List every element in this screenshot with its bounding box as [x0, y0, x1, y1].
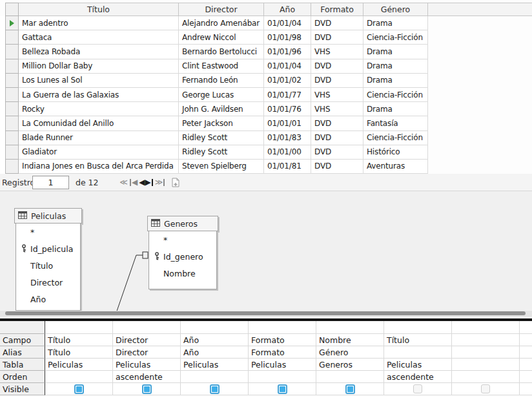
cell-tabla[interactable]: Peliculas [181, 359, 249, 371]
visible-checkbox[interactable] [278, 384, 287, 394]
table-row[interactable]: GladiatorRidley Scott01/01/00DVDHistóric… [0, 145, 532, 160]
table-cell[interactable]: Andrew Niccol [179, 30, 264, 45]
cell-alias[interactable] [384, 346, 452, 359]
column-header[interactable]: Género [363, 3, 428, 16]
next-record-button[interactable]: ◀▶ [138, 175, 154, 189]
table-cell[interactable]: Ridley Scott [179, 145, 264, 160]
column-selector[interactable] [249, 321, 316, 334]
cell-alias[interactable]: Formato [249, 346, 316, 359]
table-box-title[interactable]: Generos [147, 216, 218, 231]
table-cell[interactable]: Indiana Jones en Busca del Arca Perdida [19, 160, 179, 174]
table-row[interactable]: Los Lunes al SolFernando León01/01/02DVD… [0, 74, 532, 88]
row-header-cell[interactable] [5, 145, 19, 160]
column-selector[interactable] [316, 321, 384, 334]
table-cell[interactable]: Histórico [363, 145, 428, 160]
table-cell[interactable]: Mar adentro [19, 16, 179, 30]
row-header-cell[interactable] [5, 59, 19, 74]
table-cell[interactable]: Ridley Scott [179, 131, 264, 145]
cell-tabla[interactable]: Peliculas [113, 359, 181, 371]
table-cell[interactable]: Rocky [19, 102, 179, 116]
field-item[interactable]: * [16, 224, 80, 240]
table-row[interactable]: Million Dollar BabyClint Eastwood01/01/0… [0, 59, 532, 74]
row-header-cell[interactable] [5, 30, 19, 45]
table-cell[interactable]: La Guerra de las Galaxias [19, 88, 179, 102]
column-selector[interactable] [45, 321, 113, 334]
table-cell[interactable]: DVD [311, 59, 363, 74]
previous-record-button[interactable]: ◀ [128, 175, 138, 189]
new-record-icon[interactable] [171, 175, 181, 189]
table-row[interactable]: Indiana Jones en Busca del Arca PerdidaS… [0, 160, 532, 174]
column-header[interactable]: Título [19, 3, 179, 16]
table-row[interactable]: Belleza RobadaBernardo Bertolucci01/01/9… [0, 45, 532, 59]
table-cell[interactable]: Bernardo Bertolucci [179, 45, 264, 59]
table-row[interactable]: La Comunidad del AnilloPeter Jackson01/0… [0, 116, 532, 130]
empty-cell[interactable] [520, 346, 532, 359]
column-selector[interactable] [181, 321, 249, 334]
table-cell[interactable]: Drama [363, 102, 428, 116]
cell-orden[interactable] [249, 371, 316, 383]
cell-campo[interactable]: Título [45, 334, 113, 346]
table-row[interactable]: Mar adentroAlejandro Amenábar01/01/04DVD… [0, 16, 532, 30]
field-item[interactable]: Título [16, 257, 80, 274]
table-cell[interactable]: George Lucas [179, 88, 264, 102]
table-cell[interactable]: 01/01/00 [264, 145, 311, 160]
cell-orden[interactable] [316, 371, 384, 383]
empty-cell[interactable] [520, 321, 532, 334]
column-selector[interactable] [452, 321, 520, 334]
visible-checkbox[interactable] [210, 384, 220, 394]
row-header-cell[interactable] [5, 102, 19, 116]
table-cell[interactable]: DVD [311, 74, 363, 88]
visible-checkbox[interactable] [481, 384, 490, 393]
diagram-table-generos[interactable]: Generos*Id_generoNombre [147, 216, 218, 289]
table-cell[interactable]: Blade Runner [19, 131, 179, 145]
cell-tabla[interactable]: Generos [316, 359, 384, 371]
diagram-horizontal-scrollbar[interactable] [0, 311, 532, 317]
cell-alias[interactable] [452, 346, 520, 359]
table-cell[interactable]: DVD [311, 116, 363, 130]
cell-campo[interactable]: Nombre [316, 334, 384, 346]
visible-checkbox[interactable] [74, 384, 84, 394]
visible-checkbox[interactable] [345, 384, 355, 394]
table-cell[interactable]: Aventuras [363, 160, 428, 174]
column-selector[interactable] [384, 321, 452, 334]
table-cell[interactable]: La Comunidad del Anillo [19, 116, 179, 130]
row-header-cell[interactable] [5, 160, 19, 174]
row-header-cell[interactable] [5, 116, 19, 130]
cell-orden[interactable]: ascendente [384, 371, 452, 383]
table-cell[interactable]: 01/01/98 [264, 30, 311, 45]
visible-checkbox[interactable] [142, 384, 152, 394]
table-row[interactable]: La Guerra de las GalaxiasGeorge Lucas01/… [0, 88, 532, 102]
cell-alias[interactable]: Título [45, 346, 113, 359]
table-cell[interactable]: Alejandro Amenábar [179, 16, 264, 30]
diagram-table-peliculas[interactable]: Peliculas*Id_peliculaTítuloDirectorAño [14, 208, 82, 311]
table-cell[interactable]: Drama [363, 59, 428, 74]
cell-orden[interactable] [181, 371, 249, 383]
table-cell[interactable]: 01/01/04 [264, 16, 311, 30]
column-header[interactable]: Formato [311, 3, 363, 16]
table-cell[interactable]: Clint Eastwood [179, 59, 264, 74]
pane-splitter[interactable] [0, 317, 532, 321]
field-item[interactable]: Id_pelicula [16, 240, 80, 257]
table-cell[interactable]: DVD [311, 145, 363, 160]
visible-checkbox[interactable] [413, 384, 422, 393]
cell-campo[interactable]: Director [113, 334, 181, 346]
row-header-cell[interactable] [5, 16, 19, 30]
empty-cell[interactable] [520, 359, 532, 371]
empty-cell[interactable] [520, 334, 532, 346]
scrollbar-thumb[interactable] [5, 311, 526, 315]
table-cell[interactable]: 01/01/04 [264, 59, 311, 74]
table-cell[interactable]: DVD [311, 131, 363, 145]
record-number-input[interactable] [32, 176, 69, 189]
table-box-title[interactable]: Peliculas [14, 208, 82, 224]
table-cell[interactable]: 01/01/02 [264, 74, 311, 88]
table-cell[interactable]: Drama [363, 16, 428, 30]
table-cell[interactable]: 01/01/77 [264, 88, 311, 102]
table-cell[interactable]: John G. Avildsen [179, 102, 264, 116]
cell-alias[interactable]: Año [181, 346, 249, 359]
table-cell[interactable]: Fantasía [363, 116, 428, 130]
field-item[interactable]: Año [16, 291, 80, 307]
table-cell[interactable]: Gattaca [19, 30, 179, 45]
row-header-corner[interactable] [5, 3, 19, 16]
first-record-button[interactable]: ≪ [119, 175, 128, 189]
cell-alias[interactable]: Director [113, 346, 181, 359]
